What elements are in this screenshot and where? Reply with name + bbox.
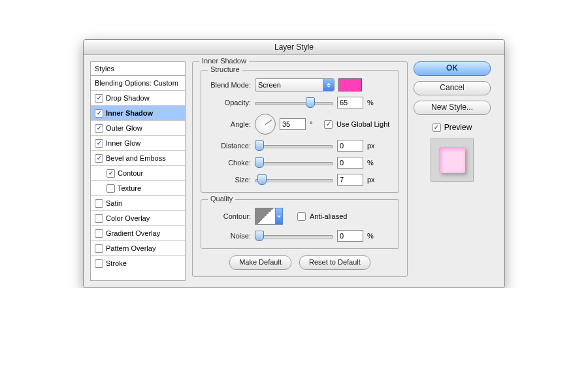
styles-sidebar: Styles Blending Options: Custom Drop Sha… [90, 61, 186, 281]
sidebar-item-label: Outer Glow [106, 124, 142, 132]
sidebar-checkbox[interactable] [95, 109, 103, 118]
default-buttons-row: Make Default Reset to Default [201, 255, 399, 270]
preview-thumbnail [431, 139, 474, 182]
preview-toggle-row: Preview [433, 123, 472, 132]
title-bar: Layer Style [84, 40, 504, 55]
settings-panel: Inner Shadow Structure Blend Mode: Scree… [192, 61, 408, 281]
angle-unit: ° [310, 120, 320, 128]
noise-label: Noise: [208, 232, 251, 240]
structure-title: Structure [208, 65, 242, 73]
sidebar-item-label: Pattern Overlay [106, 244, 155, 252]
preview-checkbox[interactable] [433, 123, 441, 132]
distance-slider[interactable] [255, 141, 333, 150]
choke-label: Choke: [208, 159, 251, 167]
make-default-button[interactable]: Make Default [229, 255, 291, 270]
new-style-button[interactable]: New Style... [414, 101, 491, 115]
sidebar-item-outer-glow[interactable]: Outer Glow [91, 121, 185, 136]
sidebar-blending-options[interactable]: Blending Options: Custom [91, 76, 185, 91]
sidebar-item-bevel-and-emboss[interactable]: Bevel and Emboss [91, 151, 185, 166]
sidebar-item-label: Satin [106, 199, 122, 207]
sidebar-checkbox[interactable] [95, 259, 103, 268]
sidebar-styles-header[interactable]: Styles [91, 62, 185, 76]
sidebar-item-label: Gradient Overlay [106, 229, 160, 237]
global-light-label: Use Global Light [336, 120, 389, 128]
distance-unit: px [367, 142, 378, 150]
sidebar-item-label: Contour [118, 169, 143, 177]
blend-mode-value: Screen [258, 81, 281, 89]
angle-dial[interactable] [255, 114, 276, 135]
dialog-content: Styles Blending Options: Custom Drop Sha… [84, 55, 504, 287]
sidebar-item-label: Inner Shadow [106, 109, 153, 117]
opacity-slider[interactable] [255, 98, 333, 107]
blend-mode-select[interactable]: Screen [255, 78, 335, 91]
distance-input[interactable]: 0 [337, 140, 363, 152]
dialog-title: Layer Style [274, 42, 314, 52]
noise-unit: % [367, 232, 378, 240]
sidebar-item-drop-shadow[interactable]: Drop Shadow [91, 91, 185, 106]
choke-unit: % [367, 159, 378, 167]
noise-input[interactable]: 0 [337, 230, 363, 242]
sidebar-checkbox[interactable] [95, 214, 103, 223]
sidebar-item-texture[interactable]: Texture [91, 181, 185, 196]
inner-shadow-group: Inner Shadow Structure Blend Mode: Scree… [192, 61, 408, 277]
sidebar-checkbox[interactable] [95, 154, 103, 163]
sidebar-item-pattern-overlay[interactable]: Pattern Overlay [91, 241, 185, 256]
cancel-button[interactable]: Cancel [414, 81, 491, 95]
sidebar-item-label: Drop Shadow [106, 94, 150, 102]
sidebar-checkbox[interactable] [95, 199, 103, 208]
sidebar-blending-label: Blending Options: Custom [95, 79, 178, 87]
distance-label: Distance: [208, 142, 251, 150]
shadow-color-swatch[interactable] [338, 78, 362, 91]
opacity-unit: % [367, 99, 378, 106]
sidebar-item-label: Bevel and Emboss [106, 154, 166, 162]
anti-aliased-label: Anti-aliased [310, 212, 347, 220]
contour-label: Contour: [208, 212, 251, 220]
sidebar-item-label: Color Overlay [106, 214, 150, 222]
opacity-label: Opacity: [208, 99, 251, 106]
preview-swatch-icon [439, 147, 465, 173]
contour-dropdown-icon [276, 208, 283, 225]
sidebar-item-gradient-overlay[interactable]: Gradient Overlay [91, 226, 185, 241]
structure-group: Structure Blend Mode: Screen Opacity: 65 [201, 70, 399, 193]
sidebar-item-contour[interactable]: Contour [91, 166, 185, 181]
opacity-input[interactable]: 65 [337, 97, 363, 108]
action-column: OK Cancel New Style... Preview [414, 61, 490, 281]
preview-label: Preview [444, 123, 472, 132]
global-light-checkbox[interactable] [324, 120, 333, 129]
choke-input[interactable]: 0 [337, 157, 363, 169]
contour-swatch-icon [255, 208, 276, 225]
size-unit: px [367, 176, 378, 184]
angle-input[interactable]: 35 [280, 118, 306, 130]
sidebar-item-inner-shadow[interactable]: Inner Shadow [91, 106, 185, 121]
sidebar-item-stroke[interactable]: Stroke [91, 256, 185, 270]
sidebar-checkbox[interactable] [95, 244, 103, 253]
contour-picker[interactable] [255, 208, 283, 225]
sidebar-item-satin[interactable]: Satin [91, 196, 185, 211]
layer-style-dialog: Layer Style Styles Blending Options: Cus… [83, 39, 505, 288]
quality-title: Quality [208, 195, 235, 203]
reset-default-button[interactable]: Reset to Default [299, 255, 370, 270]
ok-button[interactable]: OK [414, 61, 491, 76]
size-label: Size: [208, 176, 251, 184]
dropdown-arrows-icon [323, 79, 334, 91]
sidebar-checkbox[interactable] [95, 229, 103, 238]
sidebar-item-color-overlay[interactable]: Color Overlay [91, 211, 185, 226]
sidebar-checkbox[interactable] [95, 139, 103, 148]
quality-group: Quality Contour: Anti-aliased Noise: [201, 199, 399, 249]
size-slider[interactable] [255, 175, 333, 184]
sidebar-checkbox[interactable] [95, 94, 103, 103]
size-input[interactable]: 7 [337, 174, 363, 186]
sidebar-checkbox[interactable] [106, 169, 115, 178]
anti-aliased-checkbox[interactable] [297, 212, 306, 221]
panel-title: Inner Shadow [199, 57, 249, 65]
angle-label: Angle: [208, 120, 251, 128]
sidebar-item-label: Inner Glow [106, 139, 140, 147]
sidebar-checkbox[interactable] [95, 124, 103, 133]
sidebar-item-inner-glow[interactable]: Inner Glow [91, 136, 185, 151]
noise-slider[interactable] [255, 231, 333, 240]
choke-slider[interactable] [255, 158, 333, 167]
sidebar-item-label: Texture [118, 184, 141, 192]
blend-mode-label: Blend Mode: [208, 81, 251, 89]
sidebar-checkbox[interactable] [106, 184, 115, 193]
sidebar-item-label: Stroke [106, 259, 127, 267]
